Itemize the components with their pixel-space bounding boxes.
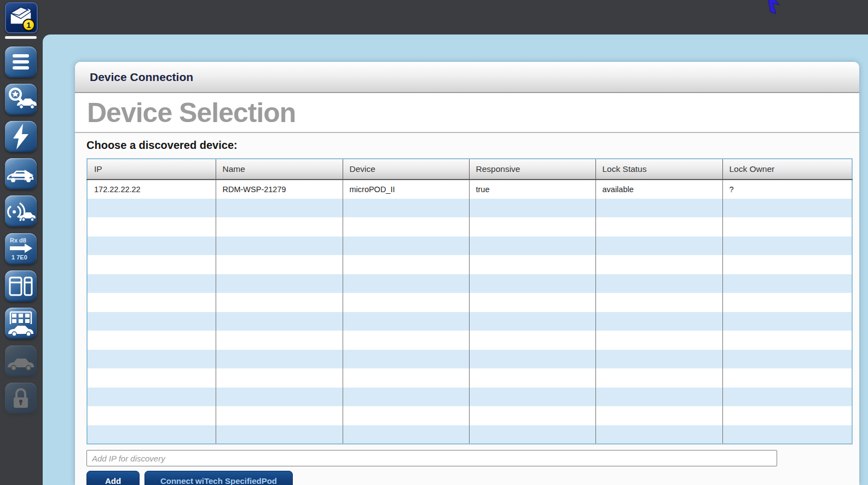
col-header-device: Device	[343, 159, 469, 180]
sidebar: 1	[0, 0, 43, 485]
device-connection-dialog: Device Connection Device Selection Choos…	[75, 62, 859, 485]
svg-text:1 7E0: 1 7E0	[11, 254, 27, 261]
table-empty-row	[87, 217, 852, 236]
col-header-ip: IP	[87, 159, 216, 180]
table-empty-row	[87, 388, 852, 407]
add-ip-input[interactable]	[86, 450, 777, 466]
cell-responsive: true	[469, 180, 595, 199]
table-empty-row	[87, 368, 852, 388]
table-empty-row	[87, 350, 852, 369]
messages-button[interactable]: 1	[5, 2, 38, 33]
cell-lock-status: available	[595, 180, 722, 199]
button-row: Add Connect wiTech SpecifiedPod	[86, 471, 859, 485]
lock-icon	[5, 383, 37, 414]
choose-device-label: Choose a discovered device:	[86, 139, 859, 152]
top-bar	[0, 0, 868, 34]
connect-specified-pod-button[interactable]: Connect wiTech SpecifiedPod	[144, 471, 293, 485]
vehicle-arrow-icon	[5, 158, 37, 190]
table-empty-row	[87, 274, 852, 293]
col-header-responsive: Responsive	[469, 159, 595, 180]
cell-name: RDM-WSP-21279	[216, 180, 343, 199]
panels-icon	[5, 270, 37, 302]
table-empty-row	[87, 425, 852, 444]
col-header-name: Name	[216, 159, 343, 180]
sidebar-item-menu[interactable]	[5, 47, 37, 78]
col-header-lock-status: Lock Status	[595, 159, 722, 180]
table-empty-row	[87, 199, 852, 218]
table-empty-row	[87, 236, 852, 256]
sidebar-item-data-bus[interactable]: Rx d8 1 7E0	[5, 233, 37, 264]
svg-text:Rx d8: Rx d8	[10, 237, 26, 244]
table-empty-row	[87, 406, 852, 425]
sidebar-divider	[5, 36, 37, 39]
dialog-body: Choose a discovered device: IP Name Devi…	[75, 139, 859, 485]
dialog-header: Device Connection	[75, 62, 859, 93]
table-empty-row	[87, 312, 852, 331]
table-header-row: IP Name Device Responsive Lock Status Lo…	[87, 159, 852, 180]
menu-icon	[5, 47, 37, 78]
lightning-icon	[5, 121, 37, 153]
vehicle-icon	[5, 345, 37, 377]
wireless-vehicle-icon	[5, 195, 37, 227]
vehicle-search-icon	[5, 84, 37, 116]
cell-lock-owner: ?	[722, 180, 852, 199]
main-content: Device Connection Device Selection Choos…	[43, 34, 868, 485]
col-header-lock-owner: Lock Owner	[722, 159, 852, 180]
table-empty-row	[87, 293, 852, 312]
sidebar-item-lock	[5, 383, 37, 414]
page-title: Device Selection	[75, 93, 859, 133]
device-row[interactable]: 172.22.22.22 RDM-WSP-21279 microPOD_II t…	[87, 180, 852, 199]
device-table: IP Name Device Responsive Lock Status Lo…	[86, 158, 853, 444]
sidebar-item-vehicle-search[interactable]	[5, 84, 37, 115]
sidebar-item-flash[interactable]	[5, 121, 37, 152]
table-empty-row	[87, 255, 852, 274]
cell-device: microPOD_II	[343, 180, 469, 199]
mouse-cursor	[761, 0, 787, 16]
add-button[interactable]: Add	[86, 471, 140, 485]
sidebar-item-vehicle	[5, 345, 37, 377]
notification-badge: 1	[22, 19, 35, 31]
data-bus-icon: Rx d8 1 7E0	[5, 233, 37, 265]
cell-ip: 172.22.22.22	[87, 180, 216, 199]
sidebar-item-wireless-vehicle[interactable]	[5, 195, 37, 227]
sidebar-item-garage-vehicle[interactable]	[5, 308, 37, 339]
garage-vehicle-icon	[5, 308, 37, 339]
sidebar-item-vehicle-select[interactable]	[5, 158, 37, 189]
table-empty-row	[87, 331, 852, 350]
sidebar-item-reports[interactable]	[5, 270, 37, 302]
